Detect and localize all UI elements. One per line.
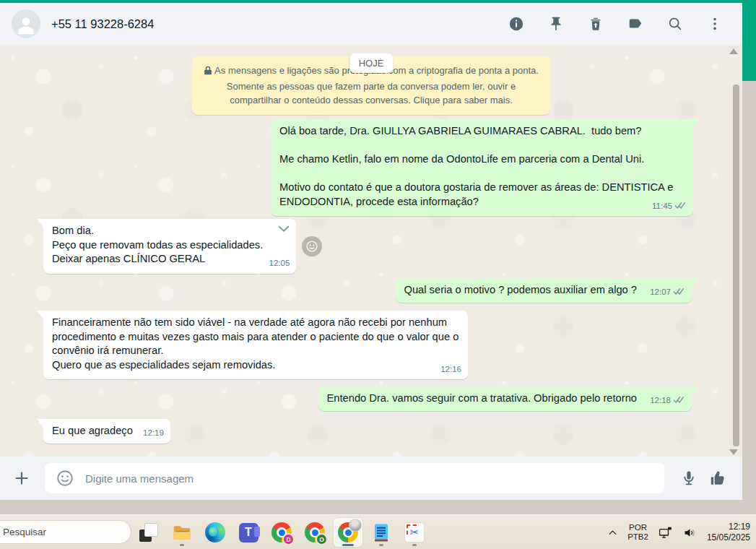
delivered-ticks-icon [673,394,685,408]
whatsapp-window: +55 11 93228-6284 [0,3,742,500]
attach-plus-button[interactable] [10,467,33,490]
message-time: 12:19 [143,426,164,441]
bubble-tail [691,278,698,288]
lock-icon [204,65,212,79]
message-time: 11:45 [652,199,672,214]
delivered-ticks-icon [673,285,685,300]
message-text: Olá boa tarde, Dra. GIULLYA GABRIELA GUI… [279,124,685,209]
pin-icon[interactable] [547,15,565,33]
chat-title[interactable]: +55 11 93228-6284 [51,17,508,31]
taskbar-apps: T D O [134,518,429,547]
chrome-profile-badge-o: O [316,533,328,545]
language-line1: POR [627,523,648,532]
info-icon[interactable] [508,15,525,33]
running-indicator [180,544,184,546]
language-line2: PTB2 [627,532,648,542]
composer-bar [0,457,742,500]
scrollbar-thumb[interactable] [733,85,739,446]
chrome-icon: D [271,522,292,542]
language-indicator[interactable]: POR PTB2 [627,523,648,542]
bubble-tail [37,311,44,320]
profile-avatar-badge [349,519,362,532]
microphone-icon[interactable] [677,467,700,490]
bubble-tail [691,386,698,396]
label-icon[interactable] [627,15,644,33]
bubble-tail [37,419,44,428]
message-incoming[interactable]: Eu que agradeço 12:19 [43,419,170,444]
message-text: Entendo Dra. vamos seguir com a tratativ… [327,392,637,406]
react-button[interactable] [302,236,322,256]
chat-header: +55 11 93228-6284 [0,3,742,45]
message-input-container [45,463,664,493]
message-text: Eu que agradeço [52,424,133,438]
chrome-icon [338,522,358,542]
message-time: 12:05 [269,256,290,271]
folder-icon [172,522,192,542]
search-icon[interactable] [666,15,684,33]
windows-taskbar: T D O [0,514,756,549]
teams-icon: T [239,523,258,542]
chrome-icon: O [305,522,325,542]
running-indicator [412,544,417,546]
desktop: +55 11 93228-6284 [0,0,756,549]
message-text: Financeiramente não tem sido viável - na… [52,316,459,372]
emoji-icon[interactable] [53,467,77,490]
chrome-profile-o-button[interactable]: O [300,518,329,547]
taskbar-search-box[interactable] [0,520,131,544]
date-divider: HOJE [349,53,394,73]
running-indicator [379,544,383,546]
chrome-profile-badge-d: D [282,533,295,545]
message-incoming[interactable]: Financeiramente não tem sido viável - na… [43,311,468,379]
taskbar-clock[interactable]: 12:19 15/05/2025 [707,522,750,543]
active-window-indicator [342,544,354,546]
teams-button[interactable]: T [234,518,263,547]
clock-date: 15/05/2025 [707,532,750,543]
edge-button[interactable] [201,518,230,547]
delivered-ticks-icon [674,199,687,214]
scrollbar-down-arrow[interactable] [729,449,738,455]
chrome-profile-d-button[interactable]: D [267,518,296,547]
delete-icon[interactable] [587,15,604,33]
message-time: 12:18 [650,394,671,408]
message-text: Qual seria o motivo ? podemos auxiliar e… [404,283,637,298]
file-explorer-button[interactable] [168,518,196,547]
header-actions [508,15,724,33]
message-menu-chevron-icon[interactable] [277,224,290,238]
speaker-icon[interactable] [682,525,698,540]
system-tray: POR PTB2 12:19 15/05/2025 [607,515,750,549]
person-icon [12,9,40,38]
notepad-button[interactable] [367,518,396,547]
snipping-tool-button[interactable]: ✂ [400,518,429,547]
snipping-tool-icon: ✂ [404,522,425,542]
bubble-tail [692,119,700,129]
notepad-icon [373,523,390,542]
scrollbar-up-arrow[interactable] [729,48,738,54]
network-icon[interactable] [658,525,673,540]
message-time: 12:07 [650,285,671,300]
thumbs-up-send-button[interactable] [706,467,729,490]
menu-icon[interactable] [706,15,724,33]
clock-time: 12:19 [707,522,750,532]
message-outgoing[interactable]: Olá boa tarde, Dra. GIULLYA GABRIELA GUI… [271,119,693,216]
conversation-panel: As mensagens e ligações são protegidas c… [0,45,742,457]
task-view-button[interactable] [134,518,163,547]
bubble-tail [37,219,44,228]
smiley-icon [305,240,318,253]
message-time: 12:16 [440,363,461,377]
tray-chevron-up-icon[interactable] [607,527,618,538]
message-input[interactable] [84,472,656,485]
task-view-icon [139,523,158,542]
message-outgoing[interactable]: Qual seria o motivo ? podemos auxiliar e… [396,278,692,303]
edge-icon [205,522,225,542]
message-incoming[interactable]: Bom dia. Peço que removam todas as espec… [43,219,296,274]
background-window-right-edge [742,0,756,81]
message-text: Bom dia. Peço que removam todas as espec… [52,224,263,267]
message-outgoing[interactable]: Entendo Dra. vamos seguir com a tratativ… [318,386,692,411]
contact-avatar[interactable] [12,9,40,38]
taskbar-search-input[interactable] [0,526,127,538]
chrome-active-button[interactable] [334,518,362,547]
